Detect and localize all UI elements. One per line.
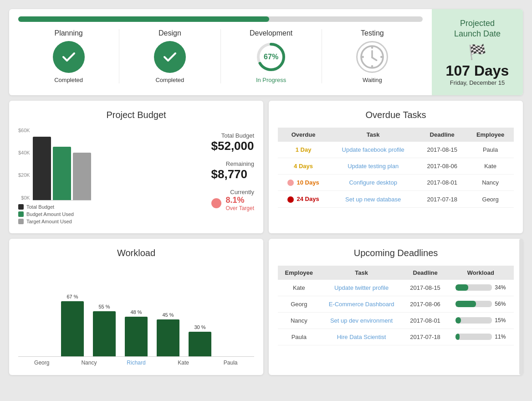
upcoming-workload: 56% — [448, 296, 514, 312]
workload-bar-group: 67 % — [61, 294, 84, 356]
phase-testing-icon — [356, 41, 388, 73]
upcoming-card: Upcoming Deadlines Employee Task Deadlin… — [269, 239, 523, 375]
upcoming-employee: Kate — [278, 280, 320, 296]
phase-development: Development 67% In Progress — [221, 29, 322, 83]
overdue-task: Set up new database — [329, 191, 417, 208]
overdue-employee: Kate — [467, 158, 514, 174]
workload-track — [455, 317, 492, 324]
workload-name: Paula — [217, 360, 244, 366]
chart-legend: Total Budget Budget Amount Used Target A… — [18, 204, 202, 224]
checkmark-icon — [61, 49, 77, 65]
phase-testing-title: Testing — [361, 29, 384, 37]
flag-icon: 🏁 — [468, 43, 486, 61]
workload-track — [455, 334, 492, 340]
overdue-deadline: 2017-07-18 — [417, 191, 467, 208]
budget-remaining-block: Remaining $8,770 — [211, 160, 254, 181]
over-indicator-dot — [211, 198, 221, 208]
svg-point-6 — [371, 65, 373, 67]
workload-bar-group: 30 % — [189, 324, 211, 356]
clock-icon — [358, 43, 386, 71]
workload-name: Kate — [170, 360, 197, 366]
workload-pct-label: 56% — [495, 301, 506, 307]
legend-total: Total Budget — [18, 204, 202, 210]
progress-bar-container — [18, 16, 423, 22]
legend-budget-used: Budget Amount Used — [18, 211, 202, 217]
overdue-employee: Nancy — [467, 174, 514, 191]
chart-with-yaxis: $60K $40K $20K $0K — [18, 128, 202, 200]
workload-bar-inner — [61, 301, 84, 356]
workload-bar-label-top: 48 % — [130, 309, 142, 315]
legend-dot-target — [18, 219, 24, 224]
projected-launch-days: 107 Days — [446, 62, 509, 79]
progress-bar-fill — [18, 16, 269, 22]
upcoming-row: Paula Hire Data Scientist 2017-07-18 11% — [278, 329, 514, 345]
workload-progress — [455, 334, 460, 340]
dashboard: Planning Completed Design — [9, 9, 523, 375]
phase-testing: Testing Waiting — [322, 29, 423, 83]
workload-bar-label-top: 45 % — [162, 312, 174, 318]
budget-remaining-value: $8,770 — [211, 167, 254, 181]
budget-title: Project Budget — [18, 110, 254, 120]
overdue-col-deadline: Deadline — [417, 128, 467, 142]
overdue-employee: Georg — [467, 191, 514, 208]
upcoming-row: Kate Update twitter profile 2017-08-15 3… — [278, 280, 514, 296]
svg-point-5 — [371, 46, 373, 49]
budget-chart: $60K $40K $20K $0K — [18, 128, 202, 224]
phase-design-title: Design — [159, 29, 181, 37]
phase-design: Design Completed — [119, 29, 220, 83]
upcoming-title: Upcoming Deadlines — [278, 248, 514, 258]
upcoming-task: Hire Data Scientist — [320, 329, 403, 345]
workload-pct-label: 34% — [495, 284, 506, 291]
top-section: Planning Completed Design — [9, 9, 523, 95]
upcoming-row: Nancy Set up dev environment 2017-08-01 … — [278, 312, 514, 329]
budget-stats: Total Budget $52,000 Remaining $8,770 Cu… — [211, 128, 254, 211]
upcoming-deadline: 2017-08-06 — [403, 296, 448, 312]
overdue-table: Overdue Task Deadline Employee 1 Day Upd… — [278, 128, 514, 208]
workload-track — [455, 284, 492, 291]
legend-label-target: Target Amount Used — [26, 219, 72, 224]
workload-bar-group: 55 % — [93, 304, 116, 356]
bar-total — [33, 137, 51, 200]
overdue-task: Update testing plan — [329, 158, 417, 174]
overdue-col-task: Task — [329, 128, 417, 142]
upcoming-row: Georg E-Commerce Dashboard 2017-08-06 56… — [278, 296, 514, 312]
projected-launch-date: Friday, December 15 — [450, 79, 505, 86]
upcoming-employee: Nancy — [278, 312, 320, 329]
workload-names: GeorgNancyRichardKatePaula — [18, 357, 254, 366]
scrollbar[interactable] — [519, 239, 523, 375]
legend-dot-total — [18, 204, 24, 210]
phase-planning-status: Completed — [54, 77, 83, 83]
workload-bar-group: 48 % — [125, 309, 148, 356]
y-label-20k: $20K — [18, 172, 30, 178]
svg-line-4 — [372, 57, 377, 60]
progress-bar-bg — [18, 16, 423, 22]
workload-bar-inner — [93, 311, 116, 356]
budget-over-pct: 8.1% — [226, 195, 254, 205]
workload-card: Workload 67 %55 %48 %45 %30 %GeorgNancyR… — [9, 239, 263, 375]
overdue-deadline: 2017-08-01 — [417, 174, 467, 191]
overdue-days: 1 Day — [278, 142, 329, 158]
checkmark-icon-2 — [162, 49, 178, 65]
y-label-40k: $40K — [18, 150, 30, 155]
workload-progress — [455, 301, 476, 307]
phase-design-icon — [154, 41, 186, 73]
workload-bar-inner — [189, 332, 211, 356]
phase-development-status: In Progress — [256, 77, 286, 83]
overdue-task: Configure desktop — [329, 174, 417, 191]
budget-over-row: 8.1% Over Target — [211, 195, 254, 211]
workload-pct-label: 15% — [495, 317, 506, 324]
overdue-days: 10 Days — [278, 174, 329, 191]
workload-name: Georg — [28, 360, 56, 366]
upcoming-employee: Georg — [278, 296, 320, 312]
overdue-row: 10 Days Configure desktop 2017-08-01 Nan… — [278, 174, 514, 191]
upcoming-col-workload: Workload — [448, 266, 514, 280]
upcoming-task: Set up dev environment — [320, 312, 403, 329]
budget-total-value: $52,000 — [211, 139, 254, 153]
overdue-row: 1 Day Update facebook profile 2017-08-15… — [278, 142, 514, 158]
overdue-col-overdue: Overdue — [278, 128, 329, 142]
workload-bar-inner — [157, 319, 179, 356]
svg-point-8 — [380, 56, 383, 58]
y-label-60k: $60K — [18, 128, 30, 133]
overdue-title: Overdue Tasks — [278, 110, 514, 120]
phase-planning-title: Planning — [54, 29, 82, 37]
